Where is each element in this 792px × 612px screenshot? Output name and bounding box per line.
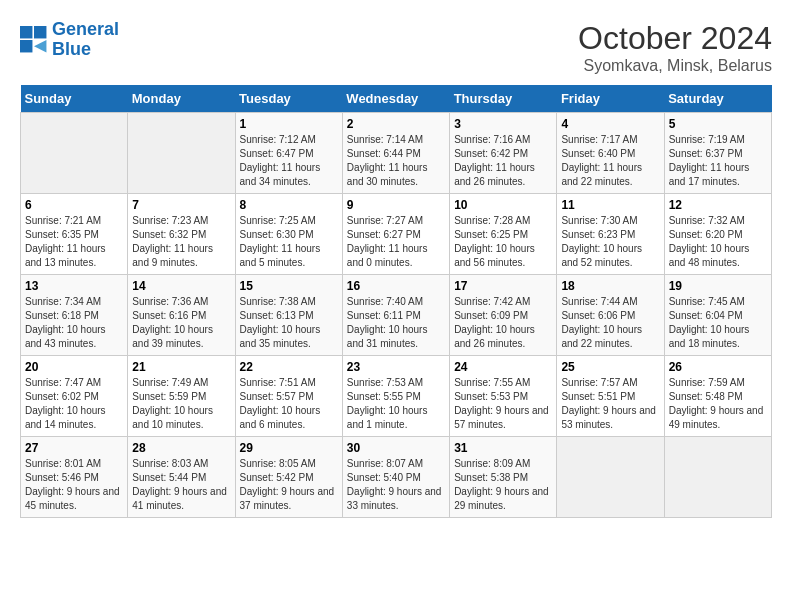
calendar-table: SundayMondayTuesdayWednesdayThursdayFrid… (20, 85, 772, 518)
svg-rect-1 (34, 26, 46, 38)
weekday-header-monday: Monday (128, 85, 235, 113)
day-detail: Sunrise: 7:17 AMSunset: 6:40 PMDaylight:… (561, 134, 642, 187)
weekday-header-friday: Friday (557, 85, 664, 113)
weekday-header-sunday: Sunday (21, 85, 128, 113)
day-cell: 15 Sunrise: 7:38 AMSunset: 6:13 PMDaylig… (235, 275, 342, 356)
day-number: 8 (240, 198, 338, 212)
day-number: 20 (25, 360, 123, 374)
day-number: 13 (25, 279, 123, 293)
day-cell: 30 Sunrise: 8:07 AMSunset: 5:40 PMDaylig… (342, 437, 449, 518)
day-detail: Sunrise: 8:09 AMSunset: 5:38 PMDaylight:… (454, 458, 549, 511)
day-number: 22 (240, 360, 338, 374)
day-detail: Sunrise: 7:27 AMSunset: 6:27 PMDaylight:… (347, 215, 428, 268)
day-cell: 2 Sunrise: 7:14 AMSunset: 6:44 PMDayligh… (342, 113, 449, 194)
title-area: October 2024 Syomkava, Minsk, Belarus (578, 20, 772, 75)
day-cell: 12 Sunrise: 7:32 AMSunset: 6:20 PMDaylig… (664, 194, 771, 275)
day-detail: Sunrise: 7:34 AMSunset: 6:18 PMDaylight:… (25, 296, 106, 349)
day-detail: Sunrise: 7:30 AMSunset: 6:23 PMDaylight:… (561, 215, 642, 268)
day-cell: 3 Sunrise: 7:16 AMSunset: 6:42 PMDayligh… (450, 113, 557, 194)
day-detail: Sunrise: 7:57 AMSunset: 5:51 PMDaylight:… (561, 377, 656, 430)
day-cell (21, 113, 128, 194)
day-number: 6 (25, 198, 123, 212)
day-number: 11 (561, 198, 659, 212)
day-cell (664, 437, 771, 518)
day-detail: Sunrise: 8:07 AMSunset: 5:40 PMDaylight:… (347, 458, 442, 511)
day-cell: 26 Sunrise: 7:59 AMSunset: 5:48 PMDaylig… (664, 356, 771, 437)
week-row-3: 13 Sunrise: 7:34 AMSunset: 6:18 PMDaylig… (21, 275, 772, 356)
day-detail: Sunrise: 7:42 AMSunset: 6:09 PMDaylight:… (454, 296, 535, 349)
day-cell: 16 Sunrise: 7:40 AMSunset: 6:11 PMDaylig… (342, 275, 449, 356)
day-cell: 21 Sunrise: 7:49 AMSunset: 5:59 PMDaylig… (128, 356, 235, 437)
day-number: 7 (132, 198, 230, 212)
logo-general: General (52, 19, 119, 39)
day-number: 31 (454, 441, 552, 455)
day-detail: Sunrise: 7:25 AMSunset: 6:30 PMDaylight:… (240, 215, 321, 268)
day-number: 19 (669, 279, 767, 293)
day-cell (557, 437, 664, 518)
day-number: 18 (561, 279, 659, 293)
day-cell: 14 Sunrise: 7:36 AMSunset: 6:16 PMDaylig… (128, 275, 235, 356)
day-detail: Sunrise: 7:55 AMSunset: 5:53 PMDaylight:… (454, 377, 549, 430)
day-detail: Sunrise: 7:51 AMSunset: 5:57 PMDaylight:… (240, 377, 321, 430)
weekday-header-wednesday: Wednesday (342, 85, 449, 113)
day-number: 28 (132, 441, 230, 455)
day-cell: 5 Sunrise: 7:19 AMSunset: 6:37 PMDayligh… (664, 113, 771, 194)
day-number: 14 (132, 279, 230, 293)
day-detail: Sunrise: 7:40 AMSunset: 6:11 PMDaylight:… (347, 296, 428, 349)
day-detail: Sunrise: 7:44 AMSunset: 6:06 PMDaylight:… (561, 296, 642, 349)
day-number: 26 (669, 360, 767, 374)
day-cell: 4 Sunrise: 7:17 AMSunset: 6:40 PMDayligh… (557, 113, 664, 194)
day-cell: 24 Sunrise: 7:55 AMSunset: 5:53 PMDaylig… (450, 356, 557, 437)
day-detail: Sunrise: 7:38 AMSunset: 6:13 PMDaylight:… (240, 296, 321, 349)
day-detail: Sunrise: 7:21 AMSunset: 6:35 PMDaylight:… (25, 215, 106, 268)
day-number: 29 (240, 441, 338, 455)
day-detail: Sunrise: 7:45 AMSunset: 6:04 PMDaylight:… (669, 296, 750, 349)
week-row-4: 20 Sunrise: 7:47 AMSunset: 6:02 PMDaylig… (21, 356, 772, 437)
weekday-header-thursday: Thursday (450, 85, 557, 113)
day-number: 9 (347, 198, 445, 212)
day-cell: 25 Sunrise: 7:57 AMSunset: 5:51 PMDaylig… (557, 356, 664, 437)
day-number: 17 (454, 279, 552, 293)
day-detail: Sunrise: 7:36 AMSunset: 6:16 PMDaylight:… (132, 296, 213, 349)
day-cell (128, 113, 235, 194)
logo-icon (20, 26, 48, 54)
day-detail: Sunrise: 7:47 AMSunset: 6:02 PMDaylight:… (25, 377, 106, 430)
day-cell: 1 Sunrise: 7:12 AMSunset: 6:47 PMDayligh… (235, 113, 342, 194)
day-cell: 8 Sunrise: 7:25 AMSunset: 6:30 PMDayligh… (235, 194, 342, 275)
week-row-2: 6 Sunrise: 7:21 AMSunset: 6:35 PMDayligh… (21, 194, 772, 275)
day-cell: 29 Sunrise: 8:05 AMSunset: 5:42 PMDaylig… (235, 437, 342, 518)
day-detail: Sunrise: 7:59 AMSunset: 5:48 PMDaylight:… (669, 377, 764, 430)
day-detail: Sunrise: 8:03 AMSunset: 5:44 PMDaylight:… (132, 458, 227, 511)
day-number: 15 (240, 279, 338, 293)
day-detail: Sunrise: 7:16 AMSunset: 6:42 PMDaylight:… (454, 134, 535, 187)
weekday-header-tuesday: Tuesday (235, 85, 342, 113)
day-detail: Sunrise: 8:05 AMSunset: 5:42 PMDaylight:… (240, 458, 335, 511)
day-cell: 19 Sunrise: 7:45 AMSunset: 6:04 PMDaylig… (664, 275, 771, 356)
day-detail: Sunrise: 7:14 AMSunset: 6:44 PMDaylight:… (347, 134, 428, 187)
svg-marker-3 (34, 40, 46, 52)
day-detail: Sunrise: 7:12 AMSunset: 6:47 PMDaylight:… (240, 134, 321, 187)
weekday-header-row: SundayMondayTuesdayWednesdayThursdayFrid… (21, 85, 772, 113)
day-number: 5 (669, 117, 767, 131)
day-number: 3 (454, 117, 552, 131)
day-detail: Sunrise: 7:53 AMSunset: 5:55 PMDaylight:… (347, 377, 428, 430)
day-number: 25 (561, 360, 659, 374)
month-title: October 2024 (578, 20, 772, 57)
day-number: 23 (347, 360, 445, 374)
week-row-5: 27 Sunrise: 8:01 AMSunset: 5:46 PMDaylig… (21, 437, 772, 518)
day-detail: Sunrise: 7:32 AMSunset: 6:20 PMDaylight:… (669, 215, 750, 268)
svg-rect-2 (20, 40, 32, 52)
day-cell: 20 Sunrise: 7:47 AMSunset: 6:02 PMDaylig… (21, 356, 128, 437)
day-cell: 9 Sunrise: 7:27 AMSunset: 6:27 PMDayligh… (342, 194, 449, 275)
day-number: 1 (240, 117, 338, 131)
day-detail: Sunrise: 7:23 AMSunset: 6:32 PMDaylight:… (132, 215, 213, 268)
day-number: 4 (561, 117, 659, 131)
day-detail: Sunrise: 7:49 AMSunset: 5:59 PMDaylight:… (132, 377, 213, 430)
day-number: 2 (347, 117, 445, 131)
day-number: 21 (132, 360, 230, 374)
day-cell: 27 Sunrise: 8:01 AMSunset: 5:46 PMDaylig… (21, 437, 128, 518)
svg-rect-0 (20, 26, 32, 38)
day-cell: 11 Sunrise: 7:30 AMSunset: 6:23 PMDaylig… (557, 194, 664, 275)
day-cell: 7 Sunrise: 7:23 AMSunset: 6:32 PMDayligh… (128, 194, 235, 275)
day-cell: 22 Sunrise: 7:51 AMSunset: 5:57 PMDaylig… (235, 356, 342, 437)
